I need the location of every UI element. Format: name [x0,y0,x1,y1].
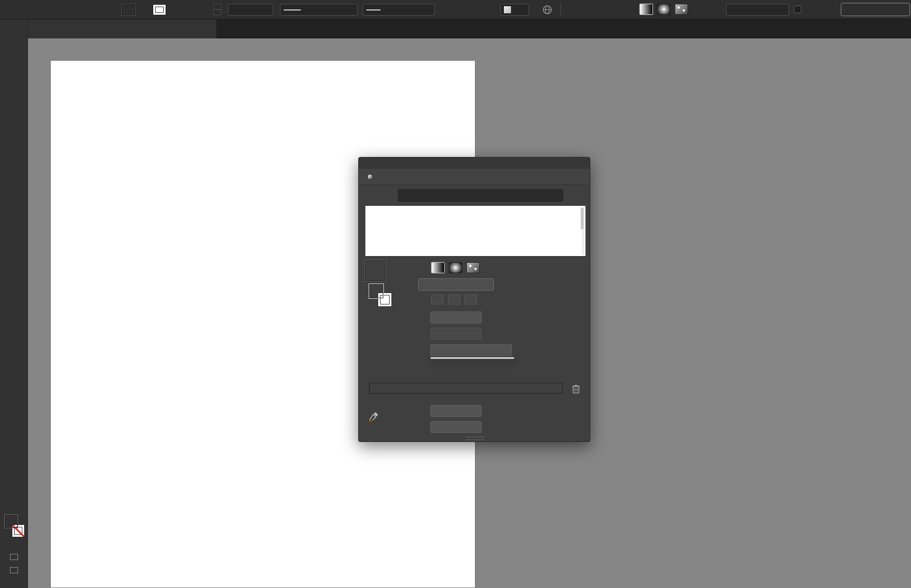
dither-checkbox[interactable] [794,6,801,13]
divider [560,3,561,16]
panel-header [359,157,590,169]
brush-line-icon [366,9,381,10]
stepper-down-icon[interactable] [214,9,221,15]
aspect-ratio-select [430,328,482,340]
opacidad-label [365,407,426,419]
panel-type-radial-button[interactable] [449,262,462,273]
width-profile-select[interactable] [280,4,358,16]
panel-resize-grip[interactable] [465,437,484,440]
fill-color-swatch[interactable] [122,4,135,15]
gradient-panel [358,157,590,442]
delete-stop-icon[interactable] [571,384,581,394]
gradient-preset-grid [365,205,586,257]
trazo-label [365,295,426,305]
document-tab[interactable] [28,19,216,38]
stroke-weight-stepper[interactable] [214,4,221,15]
edit-gradient-button[interactable] [841,3,910,16]
tipo-label [365,263,426,275]
panel-tab-row [359,169,590,185]
recolor-artwork-icon[interactable] [542,5,552,15]
stroke-color-swatch[interactable] [153,4,166,15]
gradient-type-radial-button[interactable] [657,4,670,15]
stroke-gradient-within-button [431,294,444,304]
document-tab-bar [28,19,911,38]
angle-select[interactable] [430,312,482,323]
preset-scrollbar-thumb[interactable] [581,208,584,230]
method-select[interactable] [726,4,789,16]
stroke-gradient-across-button [465,294,477,304]
toolbar-fill-swatch[interactable] [5,515,18,528]
stroke-weight-select[interactable] [228,4,273,16]
graphic-style-select[interactable] [501,4,529,16]
options-bar [0,0,911,19]
stepper-up-icon[interactable] [214,4,221,9]
stop-opacity-select[interactable] [430,405,482,417]
stroke-gradient-along-button [448,294,460,304]
gradient-type-linear-button[interactable] [640,4,653,15]
panel-type-linear-button[interactable] [431,262,445,273]
ubicacion-label [365,423,426,435]
brush-select[interactable] [363,4,435,16]
draw-mode-button[interactable] [10,554,18,560]
metodo-dropdown-menu [430,357,514,359]
style-swatch [503,6,511,14]
stop-location-select[interactable] [430,421,482,433]
gradient-panel-icon [367,174,373,180]
gradient-slider-bar[interactable] [369,383,563,394]
metodo-select[interactable] [430,344,512,356]
gradient-library-select[interactable] [398,189,563,202]
gradient-type-freeform-button[interactable] [675,4,688,15]
panel-edit-gradient-button[interactable] [418,278,494,291]
tools-panel [0,19,28,588]
uniform-line-icon [284,9,301,10]
preset-scrollbar[interactable] [582,207,585,255]
panel-type-freeform-button[interactable] [466,262,480,273]
screen-mode-button[interactable] [10,567,18,573]
metodo-label [365,346,426,358]
